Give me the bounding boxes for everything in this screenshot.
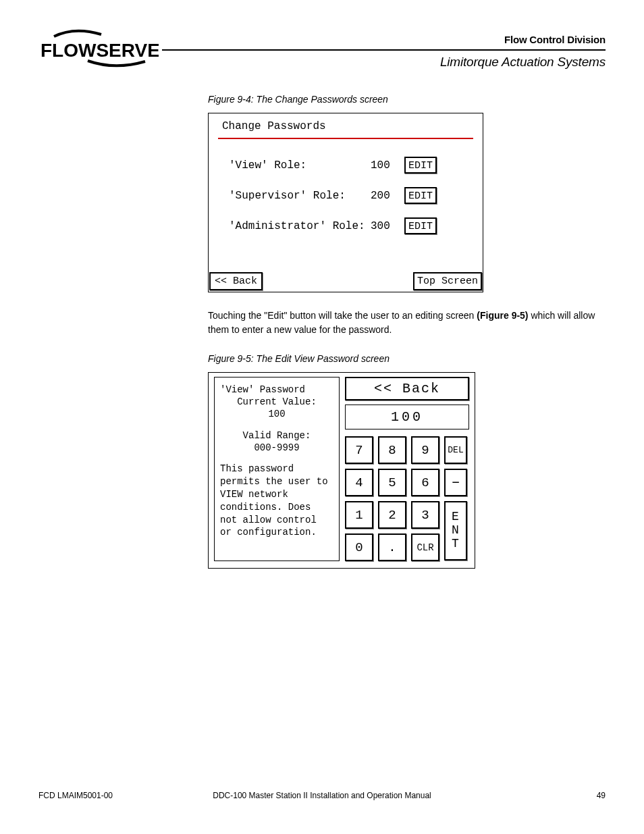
key-dot[interactable]: . (378, 533, 406, 561)
paragraph-bold: (Figure 9-5) (477, 310, 528, 321)
figure-9-4-rule (218, 138, 473, 139)
key-8[interactable]: 8 (378, 436, 406, 464)
view-role-label: 'View' Role: (229, 159, 371, 172)
view-password-title: 'View' Password (220, 384, 333, 395)
administrator-edit-button[interactable]: EDIT (404, 217, 437, 234)
flowserve-logo: FLOWSERVE (41, 24, 159, 73)
key-3[interactable]: 3 (411, 501, 439, 529)
view-edit-button[interactable]: EDIT (404, 157, 437, 174)
key-clr[interactable]: CLR (411, 533, 439, 561)
page-footer: FCD LMAIM5001-00 DDC-100 Master Station … (38, 791, 606, 800)
edit-password-info-panel: 'View' Password Current Value: 100 Valid… (214, 377, 340, 561)
key-1[interactable]: 1 (345, 501, 373, 529)
supervisor-role-label: 'Supervisor' Role: (229, 190, 371, 202)
password-description: This password permits the user to VIEW n… (220, 463, 333, 539)
subheader-label: Limitorque Actuation Systems (162, 55, 606, 70)
valid-range-label: Valid Range: (220, 430, 333, 441)
key-0[interactable]: 0 (345, 533, 373, 561)
key-6[interactable]: 6 (411, 469, 439, 496)
ent-letter-t: T (452, 538, 460, 551)
footer-left: FCD LMAIM5001-00 (38, 791, 113, 800)
key-9[interactable]: 9 (411, 436, 439, 464)
top-screen-button[interactable]: Top Screen (413, 272, 482, 290)
valid-range-value: 000-9999 (220, 442, 333, 453)
key-del[interactable]: DEL (444, 436, 467, 464)
key-5[interactable]: 5 (378, 469, 406, 496)
figure-9-4: Change Passwords 'View' Role: 100 EDIT '… (208, 113, 483, 292)
administrator-role-label: 'Administrator' Role: (229, 220, 371, 232)
ent-letter-e: E (452, 511, 460, 524)
key-4[interactable]: 4 (345, 469, 373, 496)
supervisor-role-value: 200 (371, 190, 404, 202)
footer-page-number: 49 (597, 791, 606, 800)
paragraph-text: Touching the "Edit" button will take the… (208, 309, 606, 337)
header-rule (162, 49, 606, 51)
key-ent[interactable]: E N T (444, 501, 467, 561)
paragraph-prefix: Touching the "Edit" button will take the… (208, 310, 477, 321)
administrator-role-value: 300 (371, 220, 404, 232)
division-label: Flow Control Division (162, 34, 606, 45)
figure-9-5-caption: Figure 9-5: The Edit View Password scree… (208, 353, 606, 364)
keypad-back-button[interactable]: << Back (345, 377, 469, 400)
footer-center: DDC-100 Master Station II Installation a… (38, 791, 606, 800)
figure-9-5: 'View' Password Current Value: 100 Valid… (208, 372, 475, 569)
ent-letter-n: N (452, 524, 460, 538)
key-minus[interactable]: – (444, 469, 467, 496)
current-value: 100 (220, 409, 333, 419)
view-role-row: 'View' Role: 100 EDIT (229, 157, 469, 174)
figure-9-4-caption: Figure 9-4: The Change Passwords screen (208, 94, 606, 105)
keypad-display: 100 (345, 405, 469, 429)
key-2[interactable]: 2 (378, 501, 406, 529)
view-role-value: 100 (371, 159, 404, 172)
current-value-label: Current Value: (220, 396, 333, 407)
key-7[interactable]: 7 (345, 436, 373, 464)
administrator-role-row: 'Administrator' Role: 300 EDIT (229, 217, 469, 234)
change-passwords-title: Change Passwords (209, 113, 483, 138)
supervisor-role-row: 'Supervisor' Role: 200 EDIT (229, 187, 469, 204)
svg-text:FLOWSERVE: FLOWSERVE (41, 40, 159, 61)
back-button[interactable]: << Back (209, 272, 263, 290)
supervisor-edit-button[interactable]: EDIT (404, 187, 437, 204)
